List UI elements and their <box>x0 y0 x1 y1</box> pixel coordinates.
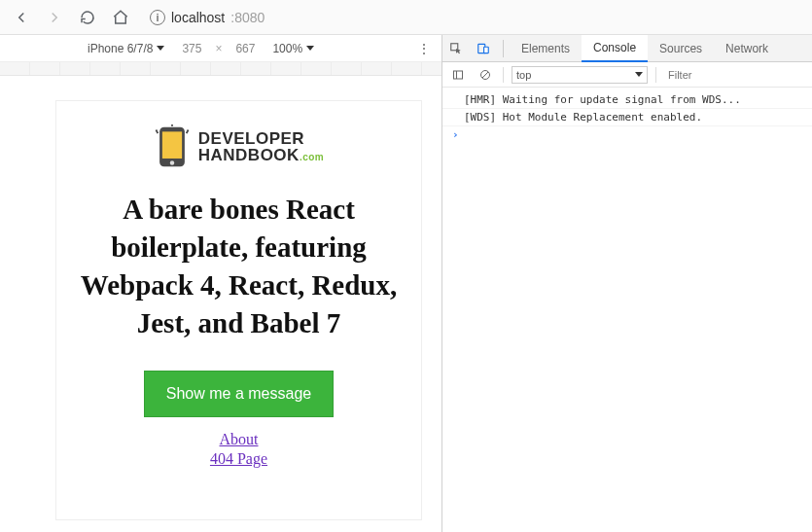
logo-line1: DEVELOPER <box>198 130 324 147</box>
notfound-link[interactable]: 404 Page <box>210 450 267 468</box>
svg-rect-5 <box>484 47 489 53</box>
site-info-icon[interactable]: i <box>150 10 165 25</box>
device-frame: DEVELOPER HANDBOOK.com A bare bones Reac… <box>56 101 421 519</box>
device-toolbar: iPhone 6/7/8 375 × 667 100% ⋮ <box>0 35 441 62</box>
console-line: [HMR] Waiting for update signal from WDS… <box>442 91 812 109</box>
tab-elements[interactable]: Elements <box>510 35 582 62</box>
page-headline: A bare bones React boilerplate, featurin… <box>72 191 406 343</box>
phone-icon <box>154 124 191 169</box>
device-width[interactable]: 375 <box>174 42 209 55</box>
devtools-tabs: Elements Console Sources Network <box>442 35 812 62</box>
tab-console[interactable]: Console <box>582 35 648 62</box>
console-output[interactable]: [HMR] Waiting for update signal from WDS… <box>442 88 812 532</box>
about-link[interactable]: About <box>220 431 259 448</box>
toggle-device-toolbar-icon[interactable] <box>470 35 497 62</box>
console-filter-input[interactable] <box>664 67 806 83</box>
device-dimensions: 375 × 667 <box>174 42 263 55</box>
svg-point-2 <box>170 160 174 164</box>
svg-rect-6 <box>454 71 463 79</box>
address-bar[interactable]: i localhost:8080 <box>142 5 802 30</box>
reload-button[interactable] <box>76 6 99 29</box>
logo-line2: HANDBOOK <box>198 146 300 164</box>
dimension-separator: × <box>215 42 222 55</box>
chevron-down-icon <box>306 46 314 51</box>
chevron-down-icon <box>157 46 164 51</box>
chevron-down-icon <box>635 72 643 77</box>
ruler <box>0 62 441 76</box>
url-port: :8080 <box>230 10 265 25</box>
console-sidebar-toggle-icon[interactable] <box>448 65 468 85</box>
console-prompt[interactable]: › <box>442 126 812 143</box>
tab-network[interactable]: Network <box>714 35 780 62</box>
device-height[interactable]: 667 <box>228 42 263 55</box>
zoom-value: 100% <box>272 42 302 55</box>
logo-text: DEVELOPER HANDBOOK.com <box>198 130 324 163</box>
page-links: About 404 Page <box>72 431 406 468</box>
tab-sources[interactable]: Sources <box>648 35 714 62</box>
kebab-menu-icon[interactable]: ⋮ <box>416 41 432 56</box>
zoom-select[interactable]: 100% <box>272 42 314 55</box>
back-button[interactable] <box>10 6 33 29</box>
device-preview-pane: iPhone 6/7/8 375 × 667 100% ⋮ <box>0 35 442 532</box>
inspect-element-icon[interactable] <box>442 35 470 62</box>
svg-rect-1 <box>162 131 182 159</box>
logo-suffix: .com <box>300 152 324 162</box>
device-name: iPhone 6/7/8 <box>88 42 153 55</box>
device-select[interactable]: iPhone 6/7/8 <box>88 42 164 55</box>
browser-toolbar: i localhost:8080 <box>0 0 812 35</box>
url-host: localhost <box>171 10 225 25</box>
show-message-button[interactable]: Show me a message <box>144 371 334 417</box>
forward-button[interactable] <box>43 6 66 29</box>
console-line: [WDS] Hot Module Replacement enabled. <box>442 109 812 126</box>
home-button[interactable] <box>109 6 132 29</box>
execution-context-select[interactable]: top <box>512 66 648 84</box>
devtools-pane: Elements Console Sources Network top [HM… <box>442 35 812 532</box>
clear-console-icon[interactable] <box>476 65 495 85</box>
page-content: DEVELOPER HANDBOOK.com A bare bones Reac… <box>56 101 421 468</box>
viewport-area: DEVELOPER HANDBOOK.com A bare bones Reac… <box>0 62 441 532</box>
site-logo: DEVELOPER HANDBOOK.com <box>72 124 406 169</box>
console-toolbar: top <box>442 62 812 88</box>
context-value: top <box>516 69 531 81</box>
